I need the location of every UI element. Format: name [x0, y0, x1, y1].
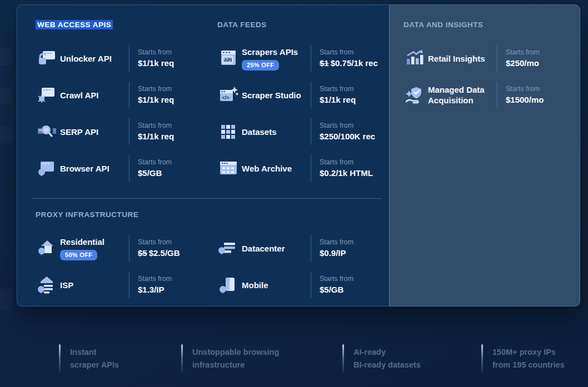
- section-title-proxy-infrastructure: PROXY INFRASTRUCTURE: [36, 210, 389, 219]
- starts-from-label: Starts from: [320, 158, 390, 167]
- starts-from-label: Starts from: [320, 48, 390, 57]
- mobile-proxies-icon: [217, 274, 242, 296]
- starts-from-label: Starts from: [320, 122, 390, 130]
- feature-text: 150M+ proxy IPs from 195 countries: [492, 344, 565, 373]
- old-price: $1: [320, 58, 329, 68]
- item-price-block: Starts from $1/1k req: [129, 82, 208, 108]
- feature-proxy-ips: 150M+ proxy IPs from 195 countries: [481, 344, 565, 373]
- menu-item-unlocker-api[interactable]: Unlocker API Starts from $1/1k req: [36, 45, 208, 72]
- selected-text-highlight: WEB ACCESS APIS: [36, 20, 113, 29]
- item-price: $250/100K rec: [320, 132, 390, 142]
- scraper-studio-icon: </>: [217, 84, 242, 106]
- datasets-icon: [217, 120, 242, 143]
- item-name: Managed Data Acquisition: [428, 84, 494, 105]
- discount-badge: 50% OFF: [60, 250, 97, 260]
- section-web-access-apis: WEB ACCESS APIS Unlocker API: [36, 20, 217, 192]
- item-price: $1/1k req: [138, 132, 208, 142]
- menu-item-crawl-api[interactable]: Crawl API Starts from $1/1k req: [36, 82, 208, 108]
- feature-accent-bar: [59, 344, 61, 373]
- item-price-block: Starts from $1$0.75/1k rec: [311, 45, 390, 72]
- background-artifact: [0, 88, 12, 104]
- section-title-data-and-insights: DATA AND INSIGHTS: [403, 20, 580, 29]
- menu-item-web-archive[interactable]: Web Archive Starts from $0.2/1k HTML: [217, 155, 390, 182]
- item-price-block: Starts from $1/1k req: [129, 118, 208, 145]
- menu-item-browser-api[interactable]: Browser API Starts from $5/GB: [36, 155, 208, 182]
- menu-item-scrapers-apis[interactable]: API Scrapers APIs25% OFF Starts from $1$…: [217, 45, 390, 72]
- menu-item-scraper-studio[interactable]: </> Scraper Studio Starts from $1/1k req: [217, 82, 390, 108]
- section-data-feeds: DATA FEEDS API Scrapers APIs25% OFF: [217, 20, 390, 192]
- web-archive-icon: [217, 157, 242, 179]
- old-price: $5: [138, 248, 147, 258]
- proxy-column-left: Residential50% OFF Starts from $5$2.5/GB: [36, 235, 217, 308]
- browser-api-icon: [36, 157, 60, 179]
- menu-item-mobile[interactable]: Mobile Starts from $5/GB: [217, 272, 390, 298]
- item-price-block: Starts from $5/GB: [129, 155, 208, 182]
- section-proxy-infrastructure: PROXY INFRASTRUCTURE: [36, 210, 389, 308]
- menu-item-retail-insights[interactable]: Retail Insights Starts from $250/mo: [403, 45, 576, 72]
- background-artifact: [0, 127, 12, 143]
- item-price-block: Starts from $250/mo: [497, 45, 576, 72]
- item-name: Browser API: [60, 163, 126, 174]
- feature-accent-bar: [481, 344, 483, 373]
- starts-from-label: Starts from: [138, 158, 208, 167]
- serp-api-icon: [36, 120, 60, 143]
- background-artifact: [0, 289, 12, 311]
- mega-menu-insights-panel: DATA AND INSIGHTS Retail Insights Starts…: [389, 4, 580, 306]
- retail-insights-icon: [403, 47, 428, 69]
- starts-from-label: Starts from: [138, 275, 208, 283]
- products-mega-menu: WEB ACCESS APIS Unlocker API: [17, 4, 580, 306]
- item-name: Residential: [60, 237, 126, 247]
- item-price: $1$0.75/1k rec: [320, 58, 390, 68]
- starts-from-label: Starts from: [138, 85, 208, 93]
- item-name: Retail Insights: [428, 53, 494, 64]
- feature-text: Unstoppable browsing infrastructure: [192, 344, 279, 373]
- crawl-api-icon: [36, 84, 60, 106]
- item-name: Scrapers APIs: [242, 47, 307, 57]
- item-price: $1/1k req: [138, 95, 208, 105]
- proxy-column-right: Datacenter Starts from $0.9/IP: [217, 235, 390, 308]
- item-name: Datacenter: [242, 243, 307, 254]
- starts-from-label: Starts from: [320, 85, 390, 93]
- menu-item-datacenter[interactable]: Datacenter Starts from $0.9/IP: [217, 235, 390, 262]
- page-background: WEB ACCESS APIS Unlocker API: [0, 0, 588, 387]
- feature-text: AI-ready BI-ready datasets: [353, 344, 421, 373]
- menu-item-serp-api[interactable]: SERP API Starts from $1/1k req: [36, 118, 208, 145]
- item-price-block: Starts from $0.9/IP: [311, 235, 390, 262]
- starts-from-label: Starts from: [138, 238, 208, 247]
- menu-item-isp[interactable]: ISP Starts from $1.3/IP: [36, 272, 208, 298]
- item-price-block: Starts from $1/1k req: [129, 45, 208, 72]
- item-price-block: Starts from $250/100K rec: [311, 118, 390, 145]
- section-title-data-feeds: DATA FEEDS: [217, 20, 390, 29]
- item-price: $1.3/IP: [138, 285, 208, 295]
- scrapers-apis-icon: API: [217, 47, 242, 69]
- feature-instant-scraper-apis: Instant scraper APIs: [59, 344, 119, 373]
- starts-from-label: Starts from: [506, 48, 576, 57]
- menu-item-managed-data-acquisition[interactable]: Managed Data Acquisition Starts from $15…: [403, 82, 576, 108]
- item-price: $250/mo: [506, 58, 576, 68]
- item-name: SERP API: [60, 127, 126, 137]
- mega-menu-main-panel: WEB ACCESS APIS Unlocker API: [17, 4, 389, 306]
- item-price: $0.9/IP: [320, 248, 390, 258]
- svg-text:API: API: [224, 57, 232, 63]
- item-price-block: Starts from $0.2/1k HTML: [311, 155, 390, 182]
- starts-from-label: Starts from: [138, 48, 208, 57]
- menu-item-residential[interactable]: Residential50% OFF Starts from $5$2.5/GB: [36, 235, 208, 262]
- item-name: Web Archive: [242, 163, 307, 174]
- item-price: $1/1k req: [320, 95, 390, 105]
- background-artifact: [0, 49, 12, 66]
- starts-from-label: Starts from: [320, 275, 390, 283]
- feature-text: Instant scraper APIs: [70, 344, 119, 373]
- feature-accent-bar: [181, 344, 183, 373]
- item-price: $5/GB: [320, 285, 390, 295]
- section-title-web-access-apis: WEB ACCESS APIS: [36, 20, 217, 29]
- starts-from-label: Starts from: [320, 238, 390, 247]
- feature-ai-ready-datasets: AI-ready BI-ready datasets: [342, 344, 421, 373]
- unlocker-api-icon: [36, 47, 60, 69]
- discount-badge: 25% OFF: [242, 60, 279, 71]
- item-name: Datasets: [242, 127, 307, 137]
- starts-from-label: Starts from: [138, 122, 208, 130]
- feature-unstoppable-browsing: Unstoppable browsing infrastructure: [181, 344, 279, 373]
- starts-from-label: Starts from: [506, 85, 576, 93]
- managed-data-acquisition-icon: [403, 84, 428, 106]
- menu-item-datasets[interactable]: Datasets Starts from $250/100K rec: [217, 118, 390, 145]
